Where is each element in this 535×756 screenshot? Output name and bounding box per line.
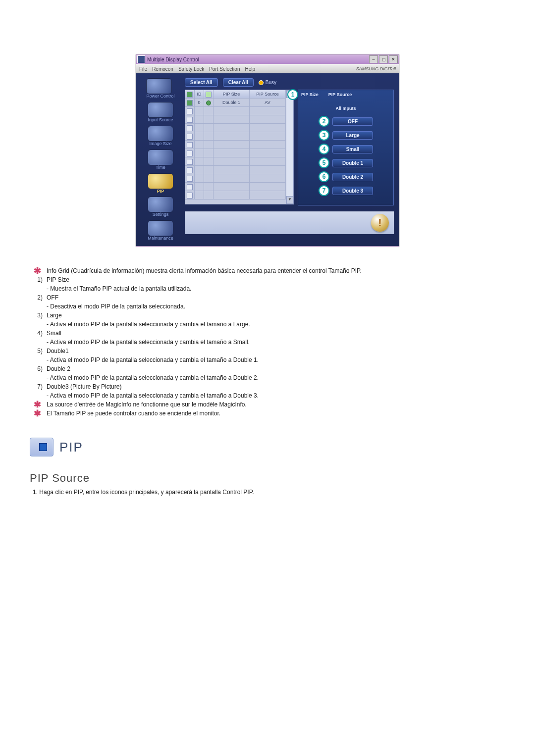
row-checkbox[interactable] <box>187 151 193 156</box>
doc-item-sub: - Activa el modo PIP de la pantalla sele… <box>45 320 364 329</box>
star-icon: ✱ <box>30 266 45 275</box>
menu-safety-lock[interactable]: Safety Lock <box>178 66 204 72</box>
select-all-button[interactable]: Select All <box>185 78 218 87</box>
row-checkbox[interactable] <box>187 117 193 123</box>
doc-item-sub: - Desactiva el modo PIP de la pantalla s… <box>45 302 364 311</box>
minimize-button[interactable]: – <box>369 55 378 63</box>
busy-dot-icon <box>259 80 264 85</box>
doc-item-sub: - Activa el modo PIP de la pantalla sele… <box>45 338 364 347</box>
app-window: Multiple Display Control – ◻ ✕ File Remo… <box>136 54 399 247</box>
doc-num: 4) <box>30 329 45 338</box>
row-checkbox[interactable] <box>187 184 193 190</box>
option-small-button[interactable]: Small <box>332 145 373 153</box>
footer-panel: ! <box>185 211 394 234</box>
menu-help[interactable]: Help <box>245 66 255 72</box>
callout-7: 7 <box>319 185 329 196</box>
busy-label: Busy <box>266 80 276 85</box>
col-status[interactable] <box>204 90 214 99</box>
window-title: Multiple Display Control <box>147 57 199 62</box>
sidebar-item-pip[interactable]: PIP <box>148 173 173 194</box>
row-checkbox[interactable] <box>187 159 193 165</box>
cell-id: 0 <box>195 99 204 107</box>
doc-item-title: PIP Size <box>45 275 364 284</box>
time-icon <box>148 150 173 165</box>
doc-num: 3) <box>30 311 45 320</box>
sidebar-item-input-source[interactable]: Input Source <box>148 102 173 123</box>
maximize-button[interactable]: ◻ <box>379 55 388 63</box>
sidebar-item-maintenance[interactable]: Maintenance <box>148 220 173 241</box>
doc-item-title: Large <box>45 311 364 320</box>
star-icon: ✱ <box>30 400 45 409</box>
menu-bar: File Remocon Safety Lock Port Selection … <box>136 64 399 73</box>
close-button[interactable]: ✕ <box>389 55 398 63</box>
sidebar: Power Control Input Source Image Size Ti… <box>141 78 180 241</box>
alert-orb-icon[interactable]: ! <box>371 214 389 232</box>
callout-2: 2 <box>319 116 329 127</box>
panel-sub-all-inputs: All Inputs <box>301 106 390 111</box>
row-checkbox[interactable] <box>187 176 193 182</box>
window-titlebar[interactable]: Multiple Display Control – ◻ ✕ <box>136 55 399 64</box>
row-checkbox[interactable] <box>187 125 193 131</box>
row-checkbox[interactable] <box>187 142 193 148</box>
scroll-down-icon[interactable]: ▼ <box>286 196 293 204</box>
panel-header-pip-source: PIP Source <box>328 92 352 97</box>
sidebar-label: PIP <box>148 189 173 194</box>
table-row[interactable]: 0 Double 1 AV <box>185 99 286 107</box>
option-double3-button[interactable]: Double 3 <box>332 187 373 195</box>
sidebar-item-image-size[interactable]: Image Size <box>148 126 173 147</box>
doc-item-title: Double 2 <box>45 364 364 373</box>
star-icon: ✱ <box>30 409 45 418</box>
pip-section-icon <box>30 438 54 456</box>
panel-header-pip-size: PIP Size <box>301 92 319 97</box>
settings-icon <box>148 197 173 212</box>
doc-item-title: Double1 <box>45 347 364 355</box>
row-checkbox[interactable] <box>187 193 193 199</box>
row-checkbox[interactable] <box>187 134 193 140</box>
doc-text: ✱ Info Grid (Cuadrícula de información) … <box>30 266 505 496</box>
col-id[interactable]: ID <box>195 90 204 99</box>
callout-3: 3 <box>319 130 329 141</box>
menu-remocon[interactable]: Remocon <box>152 66 173 72</box>
col-check[interactable] <box>185 90 195 99</box>
clear-all-button[interactable]: Clear All <box>223 78 254 87</box>
pip-section-header: PIP <box>30 438 83 456</box>
option-double1-button[interactable]: Double 1 <box>332 159 373 167</box>
sidebar-label: Settings <box>148 212 173 217</box>
sidebar-item-settings[interactable]: Settings <box>148 197 173 217</box>
maintenance-icon <box>148 220 173 236</box>
option-large-button[interactable]: Large <box>332 131 373 140</box>
menu-port-selection[interactable]: Port Selection <box>209 66 240 72</box>
info-grid: ID PIP Size PIP Source 0 Double 1 <box>185 90 294 204</box>
sidebar-label: Image Size <box>148 142 173 147</box>
doc-item-sub: - Muestra el Tamaño PIP actual de la pan… <box>45 284 364 293</box>
grid-scrollbar[interactable]: ▲ ▼ <box>286 90 293 204</box>
sidebar-item-time[interactable]: Time <box>148 150 173 170</box>
doc-item-title: Small <box>45 329 364 338</box>
doc-note-2: El Tamaño PIP se puede controlar cuando … <box>45 409 364 418</box>
option-double2-button[interactable]: Double 2 <box>332 173 373 181</box>
doc-note-1: La source d'entrée de MagicInfo ne fonct… <box>45 400 364 409</box>
row-checkbox[interactable] <box>187 100 193 106</box>
pip-icon <box>148 173 173 189</box>
pip-options-panel: 1 PIP Size PIP Source All Inputs 2 OFF 3 <box>298 90 394 205</box>
image-size-icon <box>148 126 173 142</box>
col-pip-source[interactable]: PIP Source <box>250 90 286 99</box>
input-source-icon <box>148 102 173 118</box>
brand-label: SAMSUNG DIGITall <box>356 66 396 71</box>
pip-source-heading: PIP Source <box>30 472 505 485</box>
callout-4: 4 <box>319 144 329 154</box>
col-pip-size[interactable]: PIP Size <box>214 90 250 99</box>
row-checkbox[interactable] <box>187 167 193 173</box>
sidebar-item-power-control[interactable]: Power Control <box>146 78 174 99</box>
pip-source-step: 1. Haga clic en PIP, entre los iconos pr… <box>33 489 505 496</box>
cell-pip-source: AV <box>250 99 286 107</box>
toolbar: Select All Clear All Busy <box>185 78 394 87</box>
menu-file[interactable]: File <box>139 66 147 72</box>
doc-num: 2) <box>30 293 45 302</box>
callout-5: 5 <box>319 157 329 168</box>
doc-num: 6) <box>30 364 45 373</box>
doc-num: 1) <box>30 275 45 284</box>
option-off-button[interactable]: OFF <box>332 117 373 126</box>
row-checkbox[interactable] <box>187 108 193 114</box>
callout-1: 1 <box>287 89 298 100</box>
